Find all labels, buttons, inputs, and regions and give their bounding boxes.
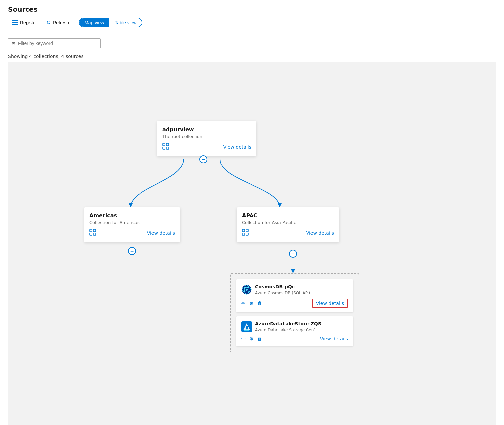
cosmos-scan-icon[interactable]: ⊕ [250,300,254,306]
svg-marker-1 [129,203,133,207]
cosmos-delete-icon[interactable]: 🗑 [257,300,262,306]
cosmos-header: CosmosDB-pQc Azure Cosmos DB (SQL API) [241,284,348,295]
americas-card: Americas Collection for Americas View de… [84,207,180,242]
apac-footer: View details [242,229,334,237]
svg-rect-7 [166,147,169,149]
root-view-details[interactable]: View details [223,144,251,150]
adls-subtitle: Azure Data Lake Storage Gen1 [255,328,321,332]
americas-grid-icon [89,229,96,237]
toolbar-divider [76,19,76,26]
svg-rect-6 [163,147,165,149]
root-grid-icon [162,143,169,151]
svg-marker-3 [291,269,295,273]
adls-title: AzureDataLakeStore-ZQS [255,321,321,326]
register-button[interactable]: Register [8,18,41,27]
adls-header: AzureDataLakeStore-ZQS Azure Data Lake S… [241,321,348,332]
adls-edit-icon[interactable]: ✏ [241,336,246,342]
svg-rect-8 [90,229,92,232]
root-title: adpurview [162,126,251,133]
table-view-button[interactable]: Table view [109,18,141,27]
map-canvas: adpurview The root collection. View deta… [8,62,496,425]
adls-card: AzureDataLakeStore-ZQS Azure Data Lake S… [236,316,353,346]
page-container: Sources Register ↻ Refresh Map view Tabl… [0,0,504,425]
adls-delete-icon[interactable]: 🗑 [257,336,262,342]
cosmos-icon [241,284,252,295]
filter-section: ⊟ [0,34,504,52]
svg-rect-9 [93,229,96,232]
svg-point-19 [246,289,248,291]
svg-rect-13 [246,229,248,232]
apac-grid-icon [242,229,249,237]
page-title: Sources [8,5,496,13]
source-group: CosmosDB-pQc Azure Cosmos DB (SQL API) ✏… [230,273,359,352]
register-icon [12,20,18,25]
americas-footer: View details [89,229,175,237]
americas-title: Americas [89,212,175,219]
page-header: Sources Register ↻ Refresh Map view Tabl… [0,0,504,34]
svg-rect-5 [166,143,169,146]
americas-expand-btn[interactable]: + [128,247,136,255]
svg-rect-14 [242,233,245,235]
cosmos-card: CosmosDB-pQc Azure Cosmos DB (SQL API) ✏… [236,279,353,312]
apac-collapse-btn[interactable]: − [289,250,297,258]
filter-input[interactable] [18,41,97,46]
cosmos-actions: ✏ ⊕ 🗑 View details [241,299,348,308]
cosmos-info: CosmosDB-pQc Azure Cosmos DB (SQL API) [255,284,310,295]
refresh-button[interactable]: ↻ Refresh [42,17,73,27]
toolbar: Register ↻ Refresh Map view Table view [8,17,496,27]
cosmos-subtitle: Azure Cosmos DB (SQL API) [255,291,310,295]
apac-subtitle: Collection for Asia Pacific [242,220,334,225]
adls-info: AzureDataLakeStore-ZQS Azure Data Lake S… [255,321,321,332]
refresh-label: Refresh [53,20,69,25]
map-view-button[interactable]: Map view [79,18,109,27]
count-label: Showing 4 collections, 4 sources [0,52,504,62]
svg-rect-10 [90,233,92,235]
register-label: Register [20,20,37,25]
root-collection-card: adpurview The root collection. View deta… [157,121,256,156]
view-toggle: Map view Table view [79,18,142,27]
cosmos-title: CosmosDB-pQc [255,284,310,289]
adls-actions: ✏ ⊕ 🗑 View details [241,336,348,342]
svg-rect-4 [163,143,165,146]
apac-card: APAC Collection for Asia Pacific View de… [237,207,339,242]
svg-rect-11 [93,233,96,235]
refresh-icon: ↻ [46,19,51,25]
apac-view-details[interactable]: View details [306,230,334,236]
americas-subtitle: Collection for Americas [89,220,175,225]
svg-rect-22 [246,326,248,329]
cosmos-view-details[interactable]: View details [312,299,348,308]
adls-icon [241,321,252,332]
cosmos-edit-icon[interactable]: ✏ [241,300,246,306]
root-footer: View details [162,143,251,151]
svg-rect-12 [242,229,245,232]
americas-view-details[interactable]: View details [147,230,175,236]
adls-scan-icon[interactable]: ⊕ [250,336,254,342]
filter-icon: ⊟ [12,41,15,46]
root-collapse-btn[interactable]: − [199,155,207,163]
svg-rect-15 [246,233,248,235]
connector-lines [8,62,496,425]
adls-view-details[interactable]: View details [320,336,348,341]
cosmos-action-icons: ✏ ⊕ 🗑 [241,300,262,306]
svg-marker-2 [278,203,282,207]
apac-title: APAC [242,212,334,219]
root-subtitle: The root collection. [162,134,251,139]
adls-action-icons: ✏ ⊕ 🗑 [241,336,262,342]
filter-input-wrap[interactable]: ⊟ [8,38,101,48]
